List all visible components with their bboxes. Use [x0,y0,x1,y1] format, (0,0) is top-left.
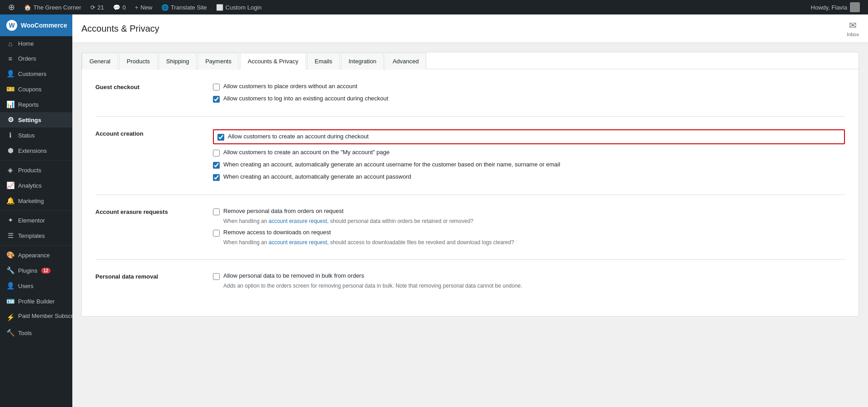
sidebar-plugins-label: Plugins [18,267,38,274]
adminbar-updates[interactable]: ⟳ 21 [86,0,108,14]
auto-username-checkbox[interactable] [213,162,220,169]
adminbar-comments-count: 0 [123,4,126,11]
guest-checkout-content: Allow customers to place orders without … [213,83,845,103]
woocommerce-icon: W [6,20,17,31]
sidebar-elementor-label: Elementor [18,217,45,224]
section-divider-1 [95,116,845,117]
erasure-request-link-1[interactable]: account erasure request [269,218,327,224]
guest-orders-label: Allow customers to place orders without … [223,83,357,90]
erasure-request-link-2[interactable]: account erasure request [269,239,327,246]
account-erasure-section: Account erasure requests Remove personal… [95,208,845,246]
tab-general[interactable]: General [82,53,118,70]
sidebar-nav: ⌂ Home ≡ Orders 👤 Customers 🎫 Coupons 📊 … [0,36,72,341]
account-creation-label: Account creation [95,129,199,181]
tab-integration[interactable]: Integration [341,53,384,70]
guest-login-row: Allow customers to log into an existing … [213,95,845,103]
reports-icon: 📊 [6,100,14,109]
sidebar-item-home[interactable]: ⌂ Home [0,36,72,51]
adminbar-updates-count: 21 [98,4,104,11]
sidebar-item-analytics[interactable]: 📈 Analytics [0,178,72,193]
sidebar-item-orders[interactable]: ≡ Orders [0,51,72,66]
tab-accounts[interactable]: Accounts & Privacy [240,53,306,70]
adminbar-site-name: The Green Corner [33,4,81,11]
settings-content: General Products Shipping Payments Accou… [72,43,868,407]
remove-downloads-row: Remove access to downloads on request [213,229,845,237]
sidebar-item-users[interactable]: 👤 Users [0,278,72,293]
section-divider-3 [95,259,845,260]
adminbar-custom-login-label: Custom Login [226,4,262,11]
sidebar-item-customers[interactable]: 👤 Customers [0,66,72,81]
sidebar-item-paid-member[interactable]: ⚡ Paid Member Subscriptions [0,309,72,325]
sidebar-products-label: Products [18,167,41,174]
sidebar-item-plugins[interactable]: 🔧 Plugins 12 [0,263,72,278]
tab-emails[interactable]: Emails [307,53,340,70]
create-checkout-row: Allow customers to create an account dur… [213,129,845,144]
paid-member-icon: ⚡ [6,313,14,322]
sidebar-brand-label: WooCommerce [21,22,67,29]
adminbar-translate[interactable]: 🌐 Translate Site [157,0,212,14]
sidebar-brand[interactable]: W WooCommerce [0,14,72,36]
adminbar-new-label: New [141,4,152,11]
personal-data-content: Allow personal data to be removed in bul… [213,272,845,289]
section-divider-2 [95,194,845,195]
elementor-icon: ✦ [6,216,14,224]
adminbar-comments[interactable]: 💬 0 [108,0,130,14]
remove-personal-orders-helper: When handling an account erasure request… [223,218,845,224]
adminbar-wp-logo[interactable]: ⊕ [4,0,19,14]
adminbar-site[interactable]: 🏠 The Green Corner [19,0,86,14]
inbox-icon: ✉ [849,20,857,31]
personal-data-label: Personal data removal [95,272,199,289]
sidebar-item-reports[interactable]: 📊 Reports [0,97,72,112]
account-creation-section: Account creation Allow customers to crea… [95,129,845,181]
create-myaccount-row: Allow customers to create an account on … [213,149,845,156]
sidebar-extensions-label: Extensions [18,147,47,154]
tab-payments[interactable]: Payments [198,53,239,70]
guest-checkout-label: Guest checkout [95,83,199,103]
settings-tabs: General Products Shipping Payments Accou… [82,52,859,69]
sidebar-paid-member-label: Paid Member Subscriptions [18,312,72,319]
sidebar-item-tools[interactable]: 🔨 Tools [0,325,72,341]
adminbar-user[interactable]: Howdy, Flavia [806,2,864,12]
guest-orders-checkbox[interactable] [213,84,220,90]
tools-icon: 🔨 [6,329,14,337]
customers-icon: 👤 [6,70,14,78]
auto-password-checkbox[interactable] [213,174,220,181]
sidebar: W WooCommerce ⌂ Home ≡ Orders 👤 Customer… [0,14,72,407]
guest-login-label: Allow customers to log into an existing … [223,95,388,102]
tab-products[interactable]: Products [119,53,157,70]
sidebar-users-label: Users [18,283,33,289]
adminbar-new[interactable]: + New [130,0,157,14]
create-myaccount-checkbox[interactable] [213,150,220,156]
sidebar-status-label: Status [18,132,35,139]
home-icon: ⌂ [6,40,14,47]
sidebar-item-products[interactable]: ◈ Products [0,162,72,178]
analytics-icon: 📈 [6,181,14,189]
create-myaccount-label: Allow customers to create an account on … [223,149,390,156]
sidebar-item-appearance[interactable]: 🎨 Appearance [0,247,72,263]
remove-downloads-checkbox[interactable] [213,230,220,237]
bulk-remove-checkbox[interactable] [213,273,220,280]
tab-shipping[interactable]: Shipping [159,53,197,70]
guest-login-checkbox[interactable] [213,96,220,103]
account-erasure-label: Account erasure requests [95,208,199,246]
adminbar-custom-login[interactable]: ⬜ Custom Login [212,0,266,14]
sidebar-item-extensions[interactable]: ⬢ Extensions [0,143,72,158]
tab-advanced[interactable]: Advanced [385,53,426,70]
remove-personal-orders-checkbox[interactable] [213,208,220,215]
sidebar-divider-1 [0,160,72,161]
sidebar-item-templates[interactable]: ☰ Templates [0,228,72,243]
sidebar-analytics-label: Analytics [18,182,42,189]
profile-builder-icon: 🪪 [6,297,14,305]
sidebar-item-settings[interactable]: ⚙ Settings [0,112,72,128]
guest-orders-row: Allow customers to place orders without … [213,83,845,90]
sidebar-item-profile-builder[interactable]: 🪪 Profile Builder [0,293,72,309]
sidebar-coupons-label: Coupons [18,86,42,93]
inbox-button[interactable]: ✉ Inbox [847,20,859,37]
sidebar-item-marketing[interactable]: 🔔 Marketing [0,193,72,208]
extensions-icon: ⬢ [6,147,14,155]
create-checkout-checkbox[interactable] [217,134,224,141]
sidebar-item-coupons[interactable]: 🎫 Coupons [0,81,72,97]
sidebar-item-status[interactable]: ℹ Status [0,128,72,143]
sidebar-item-elementor[interactable]: ✦ Elementor [0,213,72,228]
marketing-icon: 🔔 [6,197,14,205]
